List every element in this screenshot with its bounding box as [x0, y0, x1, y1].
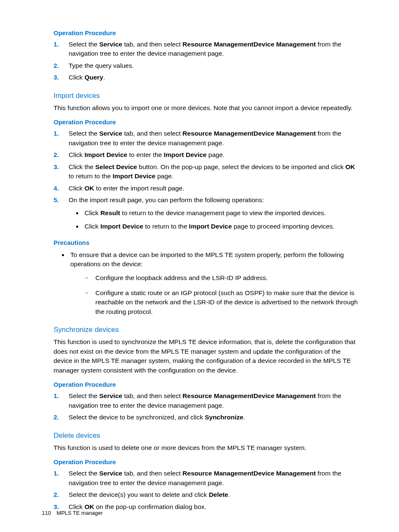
- step-number: 2.: [54, 150, 65, 159]
- document-page: Operation Procedure 1.Select the Service…: [0, 0, 399, 532]
- page-footer: 110 MPLS TE manager: [42, 510, 103, 516]
- step-number: 2.: [54, 61, 65, 70]
- import-devices-description: This function allows you to import one o…: [54, 103, 359, 113]
- list-item: 5.On the import result page, you can per…: [69, 195, 359, 205]
- step-text: Select the Service tab, and then select …: [69, 130, 341, 146]
- step-number: 2.: [54, 490, 65, 499]
- step-text: Click Query.: [69, 74, 105, 81]
- step-number: 3.: [54, 162, 65, 172]
- procedure-list: 1.Select the Service tab, and then selec…: [54, 469, 359, 511]
- step-number: 2.: [54, 413, 65, 422]
- step-text: Click OK to enter the import result page…: [69, 185, 184, 192]
- delete-devices-description: This function is used to delete one or m…: [54, 443, 359, 452]
- step-number: 1.: [54, 129, 65, 138]
- list-item: 1.Select the Service tab, and then selec…: [69, 469, 359, 488]
- operation-procedure-heading: Operation Procedure: [54, 458, 359, 465]
- list-item: Click Import Device to return to the Imp…: [83, 222, 359, 231]
- step-text: Type the query values.: [69, 62, 134, 69]
- operation-procedure-heading: Operation Procedure: [54, 118, 359, 126]
- sub-bullet-list: Click Result to return to the device man…: [54, 208, 359, 231]
- list-item: 2.Select the device to be synchronized, …: [69, 413, 359, 422]
- list-item: 3.Click OK on the pop-up confirmation di…: [69, 502, 359, 511]
- list-item: 2.Type the query values.: [69, 61, 359, 70]
- step-number: 3.: [54, 73, 65, 82]
- delete-devices-heading: Delete devices: [54, 432, 359, 440]
- step-text: Select the device(s) you want to delete …: [69, 491, 230, 498]
- list-item: 3.Click Query.: [69, 73, 359, 82]
- list-item: 4.Click OK to enter the import result pa…: [69, 184, 359, 193]
- step-number: 1.: [54, 469, 65, 478]
- step-text: Select the Service tab, and then select …: [69, 470, 341, 486]
- step-text: Click Import Device to enter the Import …: [69, 151, 225, 158]
- list-item: 1.Select the Service tab, and then selec…: [69, 129, 359, 148]
- precautions-heading: Precautions: [54, 239, 359, 246]
- import-devices-heading: Import devices: [54, 92, 359, 100]
- precautions-list: To ensure that a device can be imported …: [54, 250, 359, 317]
- step-number: 1.: [54, 40, 65, 49]
- synchronize-devices-heading: Synchronize devices: [54, 326, 359, 334]
- step-text: Select the device to be synchronized, an…: [69, 414, 245, 421]
- list-item: 2.Select the device(s) you want to delet…: [69, 490, 359, 499]
- list-item: Configure the loopback address and the L…: [85, 273, 359, 283]
- precaution-intro: To ensure that a device can be imported …: [70, 251, 344, 267]
- operation-procedure-heading: Operation Procedure: [54, 381, 359, 388]
- step-text: Select the Service tab, and then select …: [69, 392, 341, 409]
- page-number: 110: [42, 510, 51, 516]
- step-number: 1.: [54, 391, 65, 401]
- step-number: 4.: [54, 184, 65, 193]
- operation-procedure-heading: Operation Procedure: [54, 29, 359, 36]
- step-number: 5.: [54, 195, 65, 205]
- list-item: 3.Click the Select Device button. On the…: [69, 162, 359, 181]
- list-item: To ensure that a device can be imported …: [69, 250, 359, 317]
- procedure-list: 1.Select the Service tab, and then selec…: [54, 391, 359, 422]
- precaution-sub-list: Configure the loopback address and the L…: [70, 273, 359, 317]
- list-item: 1.Select the Service tab, and then selec…: [69, 40, 359, 59]
- step-text: Click OK on the pop-up confirmation dial…: [69, 503, 206, 510]
- list-item: Configure a static route or an IGP proto…: [85, 288, 359, 316]
- procedure-list: 1.Select the Service tab, and then selec…: [54, 129, 359, 205]
- step-text: Click the Select Device button. On the p…: [69, 163, 355, 180]
- procedure-list: 1.Select the Service tab, and then selec…: [54, 40, 359, 82]
- step-text: Select the Service tab, and then select …: [69, 41, 341, 57]
- list-item: 1.Select the Service tab, and then selec…: [69, 391, 359, 410]
- step-text: On the import result page, you can perfo…: [69, 196, 264, 203]
- list-item: 2.Click Import Device to enter the Impor…: [69, 150, 359, 159]
- footer-title: MPLS TE manager: [56, 510, 102, 516]
- list-item: Click Result to return to the device man…: [83, 208, 359, 218]
- synchronize-devices-description: This function is used to synchronize the…: [54, 337, 359, 375]
